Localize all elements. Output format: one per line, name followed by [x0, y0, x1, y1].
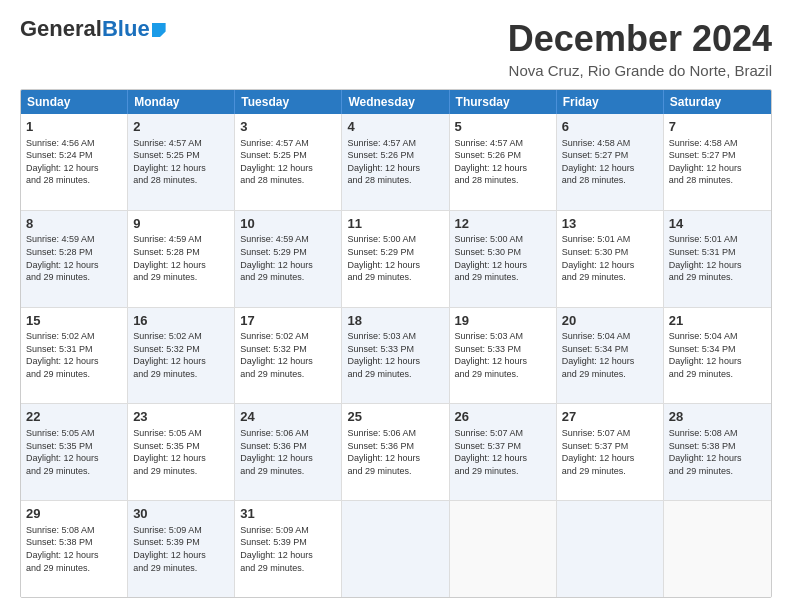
day-info: Sunrise: 5:00 AM Sunset: 5:29 PM Dayligh… — [347, 233, 443, 283]
calendar-cell: 20Sunrise: 5:04 AM Sunset: 5:34 PM Dayli… — [557, 308, 664, 404]
day-number: 29 — [26, 505, 122, 523]
day-number: 13 — [562, 215, 658, 233]
day-info: Sunrise: 5:05 AM Sunset: 5:35 PM Dayligh… — [133, 427, 229, 477]
day-info: Sunrise: 5:02 AM Sunset: 5:31 PM Dayligh… — [26, 330, 122, 380]
calendar-row: 29Sunrise: 5:08 AM Sunset: 5:38 PM Dayli… — [21, 500, 771, 597]
day-number: 12 — [455, 215, 551, 233]
day-info: Sunrise: 4:59 AM Sunset: 5:29 PM Dayligh… — [240, 233, 336, 283]
logo: GeneralBlue — [20, 18, 166, 40]
day-info: Sunrise: 4:59 AM Sunset: 5:28 PM Dayligh… — [133, 233, 229, 283]
day-number: 21 — [669, 312, 766, 330]
calendar-cell: 19Sunrise: 5:03 AM Sunset: 5:33 PM Dayli… — [450, 308, 557, 404]
calendar-cell — [342, 501, 449, 597]
calendar-header-cell: Thursday — [450, 90, 557, 114]
calendar-cell: 6Sunrise: 4:58 AM Sunset: 5:27 PM Daylig… — [557, 114, 664, 210]
calendar-cell — [557, 501, 664, 597]
calendar-header: SundayMondayTuesdayWednesdayThursdayFrid… — [21, 90, 771, 114]
day-info: Sunrise: 5:08 AM Sunset: 5:38 PM Dayligh… — [26, 524, 122, 574]
day-info: Sunrise: 5:08 AM Sunset: 5:38 PM Dayligh… — [669, 427, 766, 477]
day-info: Sunrise: 5:02 AM Sunset: 5:32 PM Dayligh… — [133, 330, 229, 380]
calendar-cell: 26Sunrise: 5:07 AM Sunset: 5:37 PM Dayli… — [450, 404, 557, 500]
day-info: Sunrise: 4:59 AM Sunset: 5:28 PM Dayligh… — [26, 233, 122, 283]
calendar-row: 15Sunrise: 5:02 AM Sunset: 5:31 PM Dayli… — [21, 307, 771, 404]
day-number: 7 — [669, 118, 766, 136]
day-number: 23 — [133, 408, 229, 426]
day-number: 11 — [347, 215, 443, 233]
day-number: 26 — [455, 408, 551, 426]
page: GeneralBlue December 2024 Nova Cruz, Rio… — [0, 0, 792, 612]
calendar-cell: 18Sunrise: 5:03 AM Sunset: 5:33 PM Dayli… — [342, 308, 449, 404]
day-number: 24 — [240, 408, 336, 426]
calendar-cell: 28Sunrise: 5:08 AM Sunset: 5:38 PM Dayli… — [664, 404, 771, 500]
subtitle: Nova Cruz, Rio Grande do Norte, Brazil — [508, 62, 772, 79]
logo-icon — [152, 23, 166, 37]
day-number: 22 — [26, 408, 122, 426]
day-number: 31 — [240, 505, 336, 523]
day-number: 17 — [240, 312, 336, 330]
calendar-cell: 22Sunrise: 5:05 AM Sunset: 5:35 PM Dayli… — [21, 404, 128, 500]
calendar-cell — [450, 501, 557, 597]
day-info: Sunrise: 5:00 AM Sunset: 5:30 PM Dayligh… — [455, 233, 551, 283]
day-info: Sunrise: 4:57 AM Sunset: 5:26 PM Dayligh… — [455, 137, 551, 187]
day-number: 19 — [455, 312, 551, 330]
day-number: 18 — [347, 312, 443, 330]
day-number: 28 — [669, 408, 766, 426]
calendar-cell: 9Sunrise: 4:59 AM Sunset: 5:28 PM Daylig… — [128, 211, 235, 307]
day-info: Sunrise: 5:07 AM Sunset: 5:37 PM Dayligh… — [562, 427, 658, 477]
calendar-cell: 29Sunrise: 5:08 AM Sunset: 5:38 PM Dayli… — [21, 501, 128, 597]
logo-blue: Blue — [102, 16, 150, 41]
day-info: Sunrise: 5:07 AM Sunset: 5:37 PM Dayligh… — [455, 427, 551, 477]
day-info: Sunrise: 5:05 AM Sunset: 5:35 PM Dayligh… — [26, 427, 122, 477]
calendar-header-cell: Friday — [557, 90, 664, 114]
day-info: Sunrise: 5:04 AM Sunset: 5:34 PM Dayligh… — [669, 330, 766, 380]
calendar-row: 22Sunrise: 5:05 AM Sunset: 5:35 PM Dayli… — [21, 403, 771, 500]
calendar-cell: 1Sunrise: 4:56 AM Sunset: 5:24 PM Daylig… — [21, 114, 128, 210]
calendar-cell: 10Sunrise: 4:59 AM Sunset: 5:29 PM Dayli… — [235, 211, 342, 307]
header: GeneralBlue December 2024 Nova Cruz, Rio… — [20, 18, 772, 79]
day-number: 27 — [562, 408, 658, 426]
day-info: Sunrise: 5:06 AM Sunset: 5:36 PM Dayligh… — [240, 427, 336, 477]
calendar-cell: 2Sunrise: 4:57 AM Sunset: 5:25 PM Daylig… — [128, 114, 235, 210]
day-number: 10 — [240, 215, 336, 233]
calendar-cell: 16Sunrise: 5:02 AM Sunset: 5:32 PM Dayli… — [128, 308, 235, 404]
day-info: Sunrise: 4:57 AM Sunset: 5:26 PM Dayligh… — [347, 137, 443, 187]
day-number: 30 — [133, 505, 229, 523]
calendar-cell: 15Sunrise: 5:02 AM Sunset: 5:31 PM Dayli… — [21, 308, 128, 404]
calendar-cell: 25Sunrise: 5:06 AM Sunset: 5:36 PM Dayli… — [342, 404, 449, 500]
calendar-cell: 13Sunrise: 5:01 AM Sunset: 5:30 PM Dayli… — [557, 211, 664, 307]
day-number: 16 — [133, 312, 229, 330]
calendar-cell: 31Sunrise: 5:09 AM Sunset: 5:39 PM Dayli… — [235, 501, 342, 597]
calendar-cell: 24Sunrise: 5:06 AM Sunset: 5:36 PM Dayli… — [235, 404, 342, 500]
calendar: SundayMondayTuesdayWednesdayThursdayFrid… — [20, 89, 772, 598]
day-info: Sunrise: 4:58 AM Sunset: 5:27 PM Dayligh… — [562, 137, 658, 187]
calendar-cell: 8Sunrise: 4:59 AM Sunset: 5:28 PM Daylig… — [21, 211, 128, 307]
day-info: Sunrise: 5:06 AM Sunset: 5:36 PM Dayligh… — [347, 427, 443, 477]
day-info: Sunrise: 5:02 AM Sunset: 5:32 PM Dayligh… — [240, 330, 336, 380]
day-info: Sunrise: 5:09 AM Sunset: 5:39 PM Dayligh… — [240, 524, 336, 574]
day-number: 4 — [347, 118, 443, 136]
logo-text: GeneralBlue — [20, 18, 150, 40]
calendar-cell: 30Sunrise: 5:09 AM Sunset: 5:39 PM Dayli… — [128, 501, 235, 597]
day-info: Sunrise: 5:01 AM Sunset: 5:30 PM Dayligh… — [562, 233, 658, 283]
calendar-cell: 5Sunrise: 4:57 AM Sunset: 5:26 PM Daylig… — [450, 114, 557, 210]
calendar-header-cell: Saturday — [664, 90, 771, 114]
calendar-cell: 14Sunrise: 5:01 AM Sunset: 5:31 PM Dayli… — [664, 211, 771, 307]
day-info: Sunrise: 4:57 AM Sunset: 5:25 PM Dayligh… — [133, 137, 229, 187]
day-number: 2 — [133, 118, 229, 136]
day-info: Sunrise: 5:09 AM Sunset: 5:39 PM Dayligh… — [133, 524, 229, 574]
calendar-header-cell: Sunday — [21, 90, 128, 114]
calendar-cell: 3Sunrise: 4:57 AM Sunset: 5:25 PM Daylig… — [235, 114, 342, 210]
day-number: 6 — [562, 118, 658, 136]
logo-general: General — [20, 16, 102, 41]
day-info: Sunrise: 4:57 AM Sunset: 5:25 PM Dayligh… — [240, 137, 336, 187]
title-block: December 2024 Nova Cruz, Rio Grande do N… — [508, 18, 772, 79]
calendar-header-cell: Tuesday — [235, 90, 342, 114]
calendar-body: 1Sunrise: 4:56 AM Sunset: 5:24 PM Daylig… — [21, 114, 771, 597]
day-info: Sunrise: 4:58 AM Sunset: 5:27 PM Dayligh… — [669, 137, 766, 187]
day-number: 8 — [26, 215, 122, 233]
calendar-cell: 23Sunrise: 5:05 AM Sunset: 5:35 PM Dayli… — [128, 404, 235, 500]
calendar-cell: 27Sunrise: 5:07 AM Sunset: 5:37 PM Dayli… — [557, 404, 664, 500]
day-info: Sunrise: 5:03 AM Sunset: 5:33 PM Dayligh… — [347, 330, 443, 380]
day-number: 20 — [562, 312, 658, 330]
calendar-row: 1Sunrise: 4:56 AM Sunset: 5:24 PM Daylig… — [21, 114, 771, 210]
